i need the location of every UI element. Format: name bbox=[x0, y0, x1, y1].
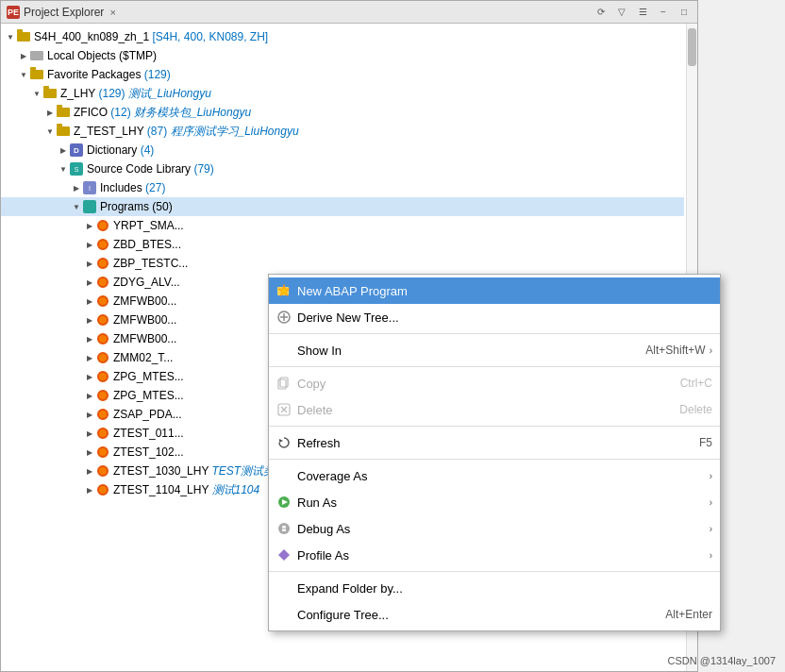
arrow-zmfwb2 bbox=[84, 314, 95, 326]
icon-ztest011 bbox=[95, 426, 110, 441]
explorer-icon: PE bbox=[7, 6, 20, 19]
icon-ztestlhy bbox=[56, 124, 71, 139]
zmfwb2-label: ZMFWB00... bbox=[113, 313, 176, 327]
arrow-favorite bbox=[18, 69, 29, 80]
menu-item-profile-as[interactable]: Profile As › bbox=[269, 542, 720, 568]
includes-label: Includes (27) bbox=[100, 181, 165, 194]
tree-item-zfico[interactable]: ZFICO (12) 财务模块包_LiuHongyu bbox=[1, 103, 684, 122]
arrow-ztest1030 bbox=[84, 465, 95, 477]
icon-includes: I bbox=[82, 180, 97, 195]
arrow-yrpt bbox=[84, 220, 95, 231]
tree-item-zbd[interactable]: ZBD_BTES... bbox=[1, 235, 684, 254]
tree-item-programs[interactable]: Programs (50) bbox=[1, 197, 684, 216]
divider-4 bbox=[269, 459, 720, 460]
ztestlhy-label: Z_TEST_LHY (87) 程序测试学习_LiuHongyu bbox=[74, 124, 299, 140]
svg-marker-10 bbox=[279, 439, 283, 443]
icon-zlhy bbox=[42, 86, 58, 101]
tree-item-ztestlhy[interactable]: Z_TEST_LHY (87) 程序测试学习_LiuHongyu bbox=[1, 122, 684, 141]
icon-root bbox=[16, 29, 31, 44]
favorite-packages-label: Favorite Packages (129) bbox=[47, 68, 171, 81]
zmm02-label: ZMM02_T... bbox=[113, 351, 173, 364]
icon-programs bbox=[82, 199, 97, 214]
tree-item-zlhy[interactable]: Z_LHY (129) 测试_LiuHongyu bbox=[1, 84, 684, 103]
zbp-label: ZBP_TESTC... bbox=[113, 257, 188, 270]
menu-item-debug-as[interactable]: Debug As › bbox=[269, 515, 720, 542]
zmfwb1-label: ZMFWB00... bbox=[113, 294, 176, 308]
tree-item-zbp[interactable]: ZBP_TESTC... bbox=[1, 254, 684, 273]
arrow-zsap bbox=[84, 409, 95, 420]
run-arrow: › bbox=[710, 497, 712, 508]
arrow-zmm02 bbox=[84, 352, 95, 363]
arrow-source bbox=[58, 163, 69, 175]
expand-folder-label: Expand Folder by... bbox=[297, 581, 712, 596]
menu-item-coverage-as[interactable]: Coverage As › bbox=[269, 462, 720, 489]
configure-tree-shortcut: Alt+Enter bbox=[665, 608, 712, 621]
arrow-zdyg bbox=[84, 277, 95, 288]
menu-item-show-in[interactable]: Show In Alt+Shift+W › bbox=[269, 337, 720, 363]
icon-yrpt bbox=[95, 218, 110, 233]
derive-label: Derive New Tree... bbox=[297, 311, 712, 325]
tree-item-root[interactable]: S4H_400_kn089_zh_1 [S4H, 400, KN089, ZH] bbox=[1, 27, 684, 46]
profile-icon bbox=[275, 546, 293, 564]
icon-zsap bbox=[95, 407, 110, 422]
coverage-as-label: Coverage As bbox=[297, 469, 706, 483]
refresh-label: Refresh bbox=[297, 436, 680, 450]
menu-item-delete[interactable]: Delete Delete bbox=[269, 396, 720, 423]
tree-item-favorite-packages[interactable]: Favorite Packages (129) bbox=[1, 65, 684, 84]
show-in-icon bbox=[275, 341, 293, 360]
divider-5 bbox=[269, 571, 720, 572]
menu-item-new-abap-program[interactable]: New ABAP Program bbox=[269, 277, 720, 304]
scrollbar-thumb[interactable] bbox=[688, 28, 696, 66]
debug-icon bbox=[275, 519, 293, 538]
divider-2 bbox=[269, 366, 720, 367]
arrow-root bbox=[5, 31, 16, 42]
ztest011-label: ZTEST_011... bbox=[113, 427, 184, 440]
maximize-icon[interactable]: □ bbox=[676, 5, 692, 20]
icon-zmfwb3 bbox=[95, 331, 110, 346]
menu-item-configure-tree[interactable]: Configure Tree... Alt+Enter bbox=[269, 601, 720, 628]
menu-item-derive-new-tree[interactable]: Derive New Tree... bbox=[269, 304, 720, 330]
tree-item-includes[interactable]: I Includes (27) bbox=[1, 178, 684, 197]
debug-as-label: Debug As bbox=[297, 522, 706, 536]
icon-dictionary: D bbox=[69, 143, 84, 158]
menu-item-expand-folder[interactable]: Expand Folder by... bbox=[269, 575, 720, 601]
arrow-zpg1 bbox=[84, 371, 95, 382]
show-in-label: Show In bbox=[297, 344, 626, 358]
menu-item-run-as[interactable]: Run As › bbox=[269, 489, 720, 515]
icon-zmm02 bbox=[95, 350, 110, 365]
arrow-ztest1104 bbox=[84, 484, 95, 496]
tree-item-source-code-library[interactable]: S Source Code Library (79) bbox=[1, 160, 684, 178]
tree-item-dictionary[interactable]: D Dictionary (4) bbox=[1, 141, 684, 160]
icon-zfico bbox=[56, 105, 71, 120]
yrpt-label: YRPT_SMA... bbox=[113, 219, 184, 232]
zsap-label: ZSAP_PDA... bbox=[113, 408, 182, 421]
arrow-ztest011 bbox=[84, 428, 95, 439]
attribution-text: CSDN @1314lay_1007 bbox=[667, 655, 776, 666]
tree-item-yrpt[interactable]: YRPT_SMA... bbox=[1, 216, 684, 235]
menu-item-refresh[interactable]: Refresh F5 bbox=[269, 429, 720, 456]
sync-icon[interactable]: ⟳ bbox=[593, 5, 609, 20]
arrow-zfico bbox=[44, 107, 56, 118]
close-tab-button[interactable]: × bbox=[108, 7, 117, 18]
ztest1104-label: ZTEST_1104_LHY 测试1104 bbox=[113, 482, 259, 498]
delete-label: Delete bbox=[297, 403, 660, 417]
programs-label: Programs (50) bbox=[100, 200, 173, 213]
profile-arrow: › bbox=[710, 550, 712, 561]
menu-icon[interactable]: ☰ bbox=[635, 5, 650, 20]
arrow-programs bbox=[71, 201, 82, 212]
arrow-zmfwb1 bbox=[84, 295, 95, 307]
new-abap-icon bbox=[275, 281, 293, 300]
arrow-local bbox=[18, 50, 29, 61]
profile-as-label: Profile As bbox=[297, 548, 706, 563]
configure-tree-label: Configure Tree... bbox=[297, 608, 646, 622]
tree-item-local-objects[interactable]: Local Objects ($TMP) bbox=[1, 46, 684, 65]
new-abap-label: New ABAP Program bbox=[297, 284, 712, 298]
menu-item-copy[interactable]: Copy Ctrl+C bbox=[269, 370, 720, 396]
icon-zmfwb1 bbox=[95, 294, 110, 309]
coverage-icon bbox=[275, 466, 293, 485]
icon-zpg1 bbox=[95, 369, 110, 384]
minimize-icon[interactable]: − bbox=[656, 5, 671, 20]
copy-label: Copy bbox=[297, 377, 661, 391]
icon-zdyg bbox=[95, 275, 110, 290]
filter-icon[interactable]: ▽ bbox=[614, 5, 629, 20]
